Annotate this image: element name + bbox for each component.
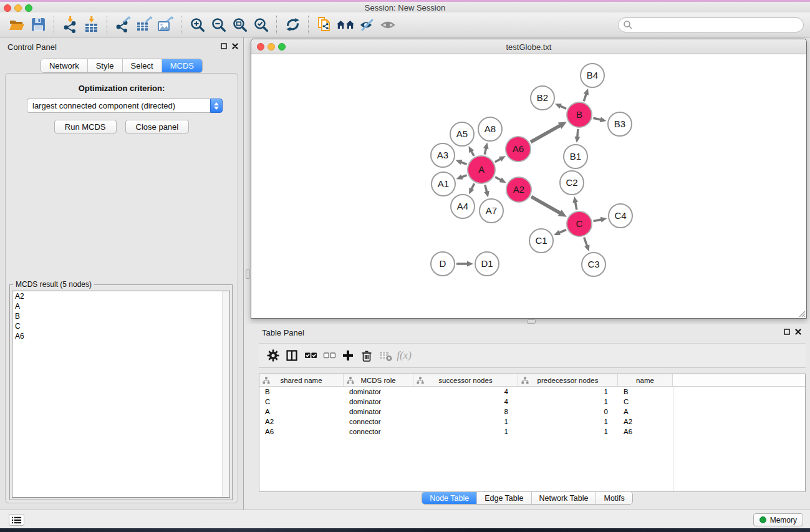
graph-edge-A-A7[interactable] [485,185,487,192]
resize-grip-icon[interactable] [797,309,806,317]
graph-edge-C-C4[interactable] [594,220,602,221]
graph-edge-A-A3[interactable] [461,162,466,165]
column-header[interactable]: shared name [259,374,344,386]
unchecked-boxes-icon [323,349,336,362]
panel-menu-button[interactable] [9,514,24,526]
mcds-result-item[interactable]: B [12,311,229,321]
mcds-result-item[interactable]: A [12,301,229,311]
graph-edge-C-C3[interactable] [584,238,587,246]
float-panel-icon[interactable] [784,329,790,335]
column-header[interactable]: predecessor nodes [518,374,618,386]
columns-icon [286,349,298,362]
memory-button[interactable]: Memory [753,513,803,526]
select-all-button[interactable] [301,346,320,365]
column-header-filler [673,374,805,386]
tab-select[interactable]: Select [122,59,162,72]
import-table-icon [83,16,100,33]
search-input[interactable] [618,17,804,32]
graph-edge-A-A1[interactable] [461,175,467,177]
unselect-all-button[interactable] [320,346,339,365]
column-header[interactable]: name [618,374,673,386]
table-cell: 4 [413,398,518,405]
tab-network-table[interactable]: Network Table [531,492,596,504]
delete-table-button[interactable] [376,346,395,365]
table-cell: 1 [518,388,618,395]
column-header[interactable]: MCDS role [344,374,413,386]
hide-selected-button[interactable] [356,15,377,35]
edge-arrowhead [483,143,489,150]
close-panel-icon[interactable] [232,43,238,49]
zoom-fit-button[interactable] [229,15,250,35]
graph-edge-B-B2[interactable] [560,106,566,109]
mcds-result-item[interactable]: C [12,321,229,331]
graph-edge-B-B4[interactable] [584,94,586,101]
save-session-button[interactable] [27,15,49,35]
tab-mcds[interactable]: MCDS [162,59,202,72]
graph-edge-C-C1[interactable] [559,230,566,233]
desktop-background-strip [0,528,810,532]
table-row[interactable]: Bdominator41B [259,387,673,397]
new-network-from-selection-button[interactable] [314,15,335,35]
zoom-out-icon [211,17,226,32]
tab-edge-table[interactable]: Edge Table [476,492,531,504]
table-cell: B [618,388,673,395]
graph-edge-B-B1[interactable] [577,129,578,137]
table-row[interactable]: A6connector11A6 [259,427,673,437]
refresh-view-button[interactable] [282,15,303,35]
insert-column-button[interactable] [282,346,301,365]
horizontal-splitter-handle[interactable] [527,319,536,324]
import-table-file-button[interactable] [80,15,102,35]
table-row[interactable]: A2connector11A2 [259,417,673,427]
graph-edge-A-A5[interactable] [471,151,474,156]
tab-node-table[interactable]: Node Table [422,492,476,504]
first-neighbors-button[interactable] [335,15,356,35]
delete-row-button[interactable] [357,346,376,365]
zoom-selected-button[interactable] [250,15,271,35]
zoom-in-button[interactable] [186,15,208,35]
vertical-splitter-handle[interactable] [246,269,250,279]
close-panel-icon[interactable] [795,329,801,335]
graph-edge-B-B3[interactable] [593,118,600,120]
show-all-button[interactable] [377,15,398,35]
float-panel-icon[interactable] [221,43,227,49]
tab-motifs[interactable]: Motifs [595,492,632,504]
graph-edge-A-A6[interactable] [495,159,501,162]
add-row-button[interactable] [339,346,357,365]
tab-network[interactable]: Network [41,59,87,72]
mcds-tab-content: Optimization criterion: largest connecte… [5,73,238,503]
open-session-button[interactable] [6,15,27,35]
function-builder-button[interactable]: f(x) [395,346,413,365]
graph-edge-A-A4[interactable] [471,183,475,189]
table-settings-button[interactable] [264,346,282,365]
mcds-result-item[interactable]: A2 [12,291,229,301]
tree-icon [521,377,529,384]
graph-edge-C-C2[interactable] [576,201,577,210]
table-cell: 8 [413,408,518,415]
column-header[interactable]: successor nodes [413,374,518,386]
table-row[interactable]: Cdominator41C [259,397,673,407]
first-neighbors-icon [336,17,355,32]
graph-edge-A6-B[interactable] [531,125,560,142]
control-panel-tabs: Network Style Select MCDS [0,59,243,73]
edge-arrowhead [456,175,463,180]
graph-edge-A2-C[interactable] [531,196,561,213]
network-canvas[interactable]: AA1A2A3A4A5A6A7A8BB1B2B3B4CC1C2C3C4DD1 [251,54,806,318]
export-network-button[interactable] [112,15,133,35]
table-cell: dominator [344,398,413,405]
run-mcds-button[interactable]: Run MCDS [54,120,117,133]
graph-edge-A-A2[interactable] [495,177,501,180]
zoom-out-button[interactable] [208,15,229,35]
mcds-list-scrollbar[interactable] [222,291,229,497]
criterion-dropdown[interactable]: largest connected component (directed) [27,99,223,113]
tab-style[interactable]: Style [87,59,122,72]
export-table-button[interactable] [133,15,155,35]
export-table-icon [136,16,153,33]
table-row[interactable]: Adominator80A [259,407,673,417]
close-panel-button[interactable]: Close panel [125,120,190,133]
export-image-button[interactable] [155,15,176,35]
table-cell: C [259,398,344,405]
graph-edge-A-A8[interactable] [485,148,486,154]
table-cell: 4 [413,388,518,395]
mcds-result-item[interactable]: A6 [12,331,229,341]
import-network-file-button[interactable] [59,15,80,35]
